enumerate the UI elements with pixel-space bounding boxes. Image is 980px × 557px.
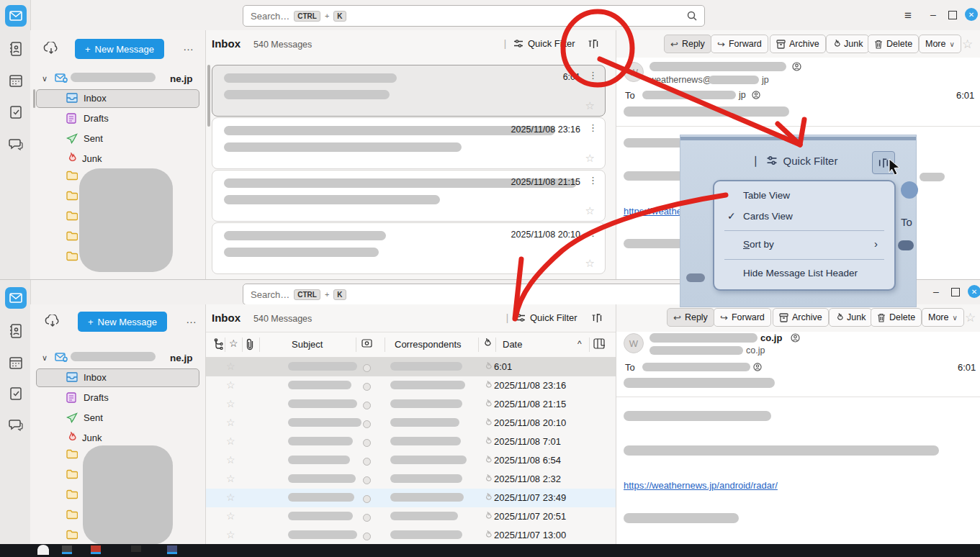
tasks-icon[interactable] xyxy=(5,101,27,123)
junk-status-icon[interactable] xyxy=(484,512,492,521)
display-options-icon[interactable] xyxy=(591,312,603,324)
kebab-menu-icon[interactable]: ⋮ xyxy=(588,122,598,133)
search-input[interactable]: Search… CTRL + K xyxy=(243,284,719,305)
forward-button[interactable]: ↪ Forward xyxy=(711,35,768,53)
junk-status-icon[interactable] xyxy=(484,530,492,540)
sidebar-item-sent[interactable]: Sent xyxy=(30,409,205,426)
junk-status-icon[interactable] xyxy=(484,456,492,465)
star-icon[interactable]: ☆ xyxy=(226,417,235,428)
junk-button[interactable]: Junk xyxy=(826,35,869,53)
sidebar-item-drafts[interactable]: Drafts xyxy=(30,389,205,406)
correspondents-column-header[interactable]: Correspondents xyxy=(395,339,462,350)
more-button[interactable]: More ∨ xyxy=(922,308,964,327)
read-status-icon[interactable] xyxy=(363,514,371,522)
read-status-icon[interactable] xyxy=(363,364,371,372)
reply-button[interactable]: ↩ Reply xyxy=(664,35,711,53)
table-row[interactable]: ☆ 2025/11/08 23:16 xyxy=(206,376,616,395)
junk-status-icon[interactable] xyxy=(484,399,492,409)
kebab-menu-icon[interactable]: ⋮ xyxy=(588,175,598,186)
attachment-column-icon[interactable] xyxy=(246,338,253,350)
taskbar-app-icon[interactable] xyxy=(37,545,49,555)
calendar-icon[interactable] xyxy=(5,352,27,373)
table-row[interactable]: ☆ 2025/11/08 21:15 xyxy=(206,395,616,414)
star-column-icon[interactable]: ☆ xyxy=(229,338,238,349)
junk-status-icon[interactable] xyxy=(484,474,492,484)
star-icon[interactable]: ☆ xyxy=(226,492,235,503)
archive-button[interactable]: Archive xyxy=(770,35,826,53)
junk-status-icon[interactable] xyxy=(484,493,492,502)
sidebar-item-inbox[interactable]: Inbox xyxy=(30,89,205,107)
account-row[interactable]: ∨ ne.jp xyxy=(30,70,205,87)
star-message-icon[interactable]: ☆ xyxy=(962,37,973,52)
read-status-icon[interactable] xyxy=(363,533,371,540)
star-icon[interactable]: ☆ xyxy=(226,361,235,372)
table-row[interactable]: ☆ 2025/11/07 13:00 xyxy=(206,526,616,545)
account-row[interactable]: ∨ ne.jp xyxy=(30,349,205,366)
junk-button[interactable]: Junk xyxy=(829,308,872,327)
star-icon[interactable]: ☆ xyxy=(585,257,595,270)
message-card[interactable]: 2025/11/08 21:15 ⋮ ☆ xyxy=(212,170,606,222)
sidebar-item-inbox[interactable]: Inbox xyxy=(30,368,205,386)
star-icon[interactable]: ☆ xyxy=(226,398,235,409)
minimize-button[interactable]: – xyxy=(933,286,939,297)
maximize-button[interactable] xyxy=(948,11,957,19)
sidebar-item-junk[interactable]: Junk xyxy=(30,150,205,167)
table-row[interactable]: ☆ 2025/11/08 2:32 xyxy=(206,470,616,489)
read-column-icon[interactable] xyxy=(361,338,372,348)
message-card[interactable]: 6:01 ⋮ ☆ xyxy=(212,65,606,117)
forward-button[interactable]: ↪ Forward xyxy=(714,308,771,327)
table-row[interactable]: ☆ 6:01 xyxy=(206,358,616,376)
read-status-icon[interactable] xyxy=(363,420,371,428)
column-picker-icon[interactable] xyxy=(593,338,605,349)
new-message-button[interactable]: + New Message xyxy=(75,39,164,59)
archive-button[interactable]: Archive xyxy=(773,308,829,327)
taskbar-app-icon[interactable] xyxy=(167,545,177,554)
delete-button[interactable]: Delete xyxy=(868,35,919,53)
minimize-button[interactable]: – xyxy=(930,9,936,20)
delete-button[interactable]: Delete xyxy=(871,308,922,327)
star-icon[interactable]: ☆ xyxy=(226,510,235,522)
mail-space-icon[interactable] xyxy=(5,287,27,309)
get-messages-icon[interactable] xyxy=(43,42,59,56)
star-icon[interactable]: ☆ xyxy=(226,473,235,484)
close-button[interactable]: ✕ xyxy=(965,8,978,21)
read-status-icon[interactable] xyxy=(363,383,371,391)
chat-icon[interactable] xyxy=(5,415,27,436)
calendar-icon[interactable] xyxy=(5,70,27,91)
read-status-icon[interactable] xyxy=(363,439,371,447)
junk-status-icon[interactable] xyxy=(484,362,492,371)
star-icon[interactable]: ☆ xyxy=(585,99,595,112)
menu-item-cards-view[interactable]: Cards View xyxy=(743,211,793,222)
table-row[interactable]: ☆ 2025/11/07 23:49 xyxy=(206,489,616,507)
taskbar-app-icon[interactable] xyxy=(62,545,72,554)
table-row[interactable]: ☆ 2025/11/08 7:01 xyxy=(206,433,616,451)
star-icon[interactable]: ☆ xyxy=(585,152,595,165)
kebab-menu-icon[interactable]: ⋮ xyxy=(588,70,598,81)
menu-item-hide-message-list-header[interactable]: Hide Message List Header xyxy=(743,268,858,278)
star-icon[interactable]: ☆ xyxy=(585,204,595,217)
chat-icon[interactable] xyxy=(5,134,27,155)
menu-item-table-view[interactable]: Table View xyxy=(743,190,790,201)
folder-pane-options-button[interactable]: … xyxy=(186,313,197,325)
search-input[interactable]: Search… CTRL + K xyxy=(243,5,705,27)
mail-space-icon[interactable] xyxy=(5,5,27,27)
close-button[interactable]: ✕ xyxy=(968,285,980,298)
taskbar-app-icon[interactable] xyxy=(91,545,101,554)
menu-item-sort-by[interactable]: Sort by xyxy=(743,239,774,250)
thread-column-icon[interactable] xyxy=(213,338,223,350)
subject-column-header[interactable]: Subject xyxy=(292,339,323,350)
address-book-icon[interactable] xyxy=(5,320,27,342)
table-row[interactable]: ☆ 2025/11/08 6:54 xyxy=(206,451,616,470)
message-list-scrollbar[interactable] xyxy=(207,65,210,127)
message-card[interactable]: 2025/11/08 23:16 ⋮ ☆ xyxy=(212,117,606,169)
app-menu-icon[interactable]: ≡ xyxy=(904,9,912,23)
reply-button[interactable]: ↩ Reply xyxy=(667,308,714,327)
taskbar[interactable] xyxy=(0,544,980,557)
junk-status-icon[interactable] xyxy=(484,381,492,390)
taskbar-app-icon[interactable] xyxy=(131,545,141,552)
get-messages-icon[interactable] xyxy=(45,314,60,329)
junk-status-icon[interactable] xyxy=(484,437,492,446)
quick-filter-toggle[interactable]: ❘ Quick Filter xyxy=(501,38,575,49)
star-icon[interactable]: ☆ xyxy=(226,379,235,391)
table-row[interactable]: ☆ 2025/11/07 20:51 xyxy=(206,507,616,526)
